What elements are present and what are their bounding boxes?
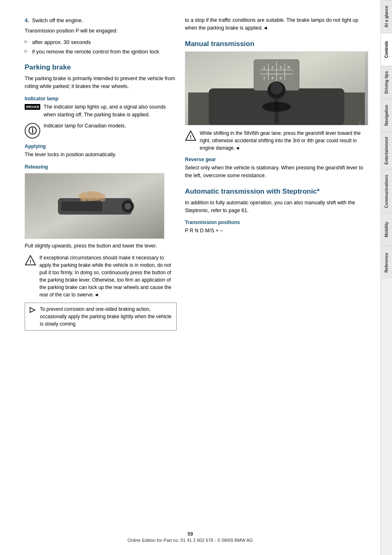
svg-point-32 [270,82,283,95]
caution-triangle-icon: ! [25,254,36,266]
svg-text:!: ! [190,134,191,140]
brake-badge-row: BRAKE The indicator lamp lights up, and … [25,103,177,119]
sidebar-tab-driving-tips[interactable]: Driving tips [381,66,392,99]
sidebar-tab-navigation[interactable]: Navigation [381,99,392,132]
svg-text:6: 6 [279,76,281,80]
caution-shifting-text: While shifting in the 5th/6th gear lane,… [200,130,368,152]
reverse-gear-subtitle: Reverse gear [185,157,368,162]
note-arrow-icon [28,306,37,315]
lamp-text-2: Indicator lamp for Canadian models. [44,122,126,130]
transmission-positions-subtitle: Transmission positions [185,220,368,225]
svg-text:1: 1 [263,65,265,69]
note-box-corrosion: To prevent corrosion and one-sided braki… [25,303,177,331]
svg-rect-8 [88,192,93,201]
note-corrosion-text: To prevent corrosion and one-sided braki… [40,305,173,328]
gear-shift-image: 1 3 5 R 2 4 6 [185,51,368,125]
caution-motion-text: If exceptional circumstances should make… [39,254,177,298]
parking-brake-intro: The parking brake is primarily intended … [25,75,177,91]
page-footer: 59 Online Edition for Part no. 01 41 2 6… [0,531,380,543]
reverse-gear-text: Select only when the vehicle is stationa… [185,164,368,180]
svg-point-34 [262,102,291,112]
canadian-lamp-icon: ⓘ [25,123,40,139]
svg-marker-13 [30,308,35,312]
automatic-transmission-title: Automatic transmission with Steptronic* [185,187,368,196]
sidebar-tab-reference[interactable]: Reference [381,246,392,279]
svg-text:!: ! [30,259,31,265]
continuation-text: to a stop if the traffic conditions are … [185,16,368,32]
step-4: 4. Switch off the engine. [25,16,177,25]
sidebar-tab-mobility[interactable]: Mobility [381,213,392,246]
svg-rect-10 [100,194,105,201]
bullet-list: after approx. 30 seconds if you remove t… [25,38,177,56]
right-column: to a stop if the traffic conditions are … [185,16,368,539]
svg-text:R: R [288,65,291,69]
step-text: Switch off the engine. [32,17,83,23]
sidebar-tab-controls[interactable]: Controls [381,33,392,66]
svg-text:5: 5 [279,65,281,69]
bullet-item-2: if you remove the remote control from th… [25,48,177,56]
sidebar-tab-at-a-glance[interactable]: At a glance [381,0,392,33]
parking-brake-title: Parking brake [25,63,177,72]
releasing-image [25,173,164,239]
svg-rect-3 [61,201,102,211]
caution-box-motion: ! If exceptional circumstances should ma… [25,254,177,298]
indicator-lamp-subtitle: Indicator lamp [25,96,177,102]
caution-box-shifting: ! While shifting in the 5th/6th gear lan… [185,130,368,152]
svg-text:3: 3 [271,65,273,69]
manual-transmission-title: Manual transmission [185,40,368,48]
svg-point-5 [125,203,131,210]
applying-text: The lever locks in position automaticall… [25,151,177,159]
sidebar-tab-communications[interactable]: Communications [381,169,392,213]
canadian-lamp-row: ⓘ Indicator lamp for Canadian models. [25,122,177,139]
svg-rect-7 [81,193,86,201]
releasing-subtitle: Releasing [25,164,177,170]
svg-rect-9 [94,192,100,201]
svg-text:4: 4 [271,76,273,80]
svg-text:2: 2 [263,76,265,80]
transmission-positions-text: P R N D M/S + – [185,227,368,235]
page-number: 59 [0,531,380,537]
pull-text: Pull slightly upwards, press the button … [25,242,177,250]
bullet-item-1: after approx. 30 seconds [25,38,177,46]
sidebar-tab-entertainment[interactable]: Entertainment [381,132,392,169]
brake-badge: BRAKE [25,104,40,110]
svg-text:W03-0156/940: W03-0156/940 [358,121,361,125]
sidebar-tabs: At a glance Controls Driving tips Naviga… [380,0,392,555]
step-number: 4. [25,17,29,23]
automatic-transmission-intro: In addition to fully automatic operation… [185,199,368,215]
lamp-text-1: The indicator lamp lights up, and a sign… [44,103,177,119]
copyright-text: Online Edition for Part no. 01 41 2 602 … [0,538,380,543]
left-column: 4. Switch off the engine. Transmission p… [25,16,177,539]
applying-subtitle: Applying [25,143,177,149]
caution-shifting-icon: ! [185,130,196,141]
transmission-note: Transmission position P will be engaged: [25,27,177,35]
